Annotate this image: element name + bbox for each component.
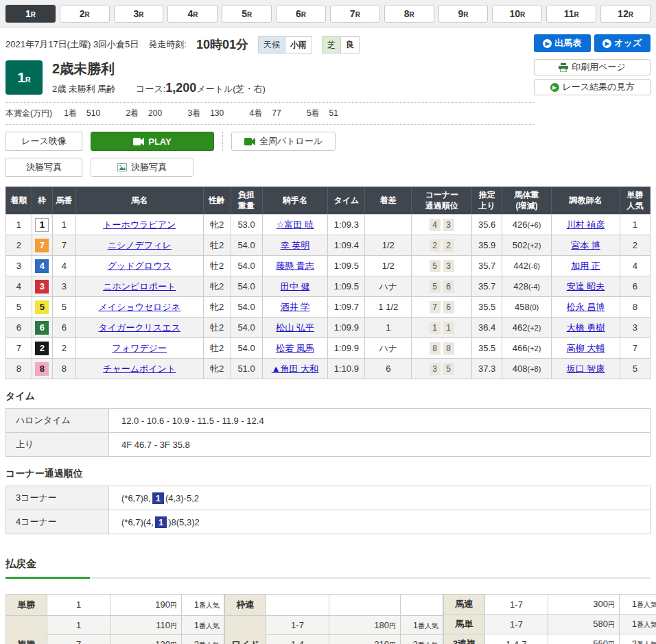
sex-age: 牝2: [203, 297, 231, 318]
race-number-badge: 1R: [5, 60, 43, 95]
trainer-link[interactable]: 高柳 大輔: [567, 343, 605, 353]
result-guide-button[interactable]: ▶レース結果の見方: [534, 79, 651, 95]
horse-name-cell: グッドグロウス: [75, 256, 203, 276]
sex-age: 牡2: [203, 256, 231, 276]
horse-number: 3: [52, 276, 75, 297]
trainer-cell: 安達 昭夫: [552, 276, 620, 297]
race-tab[interactable]: 1R: [5, 5, 56, 23]
corner-1: 5: [430, 281, 441, 293]
race-tab[interactable]: 4R: [167, 5, 218, 23]
tab-number: 5: [242, 8, 247, 19]
start-time-value: 10時01分: [196, 36, 248, 53]
race-tab[interactable]: 3R: [114, 5, 164, 23]
body-weight-cell: 442(-6): [502, 256, 552, 276]
race-tab[interactable]: 7R: [330, 5, 380, 23]
course-label: コース:: [136, 84, 165, 94]
payout-table-middle: 枠連 ワイド 1-7 180円 1番人気 1-4 210円 3番人気 4-7 3…: [224, 594, 443, 644]
carried-weight: 54.0: [231, 235, 262, 256]
entry-table-button[interactable]: ▶出馬表: [534, 34, 591, 52]
bet-popularity: 3番人気: [401, 635, 443, 644]
corner-section-title: コーナー通過順位: [5, 468, 651, 480]
trainer-link[interactable]: 川村 禎彦: [567, 219, 605, 230]
prize-amount: 51: [329, 108, 338, 118]
race-tab[interactable]: 6R: [276, 5, 326, 23]
horse-name-cell: ニシノデフィレ: [75, 235, 203, 256]
jockey-link[interactable]: 幸 英明: [281, 240, 310, 250]
play-button[interactable]: PLAY: [91, 132, 214, 151]
frame-number: 1: [35, 218, 49, 232]
horse-link[interactable]: ニシノデフィレ: [108, 240, 172, 250]
race-tab[interactable]: 11R: [546, 5, 596, 23]
tab-number: 7: [350, 8, 355, 19]
horse-link[interactable]: ニホンピロポート: [103, 281, 176, 291]
horse-link[interactable]: トーホウラビアン: [103, 219, 176, 230]
table-row: 3 4 4 グッドグロウス 牡2 54.0 藤懸 貴志 1:09.5 1/2 5…: [6, 256, 651, 276]
jockey-cell: ☆富田 暁: [262, 215, 328, 235]
patrol-video-button[interactable]: 全周パトロール: [231, 132, 336, 151]
printer-icon: [559, 63, 568, 72]
horse-link[interactable]: チャームポイント: [103, 363, 176, 374]
jockey-link[interactable]: ▲角田 大和: [272, 363, 318, 374]
jockey-link[interactable]: 酒井 学: [281, 302, 310, 312]
horse-number: 4: [52, 256, 75, 276]
last-3f-cell: 35.7: [472, 256, 502, 276]
odds-button[interactable]: ▶オッズ: [594, 34, 651, 52]
race-tab[interactable]: 2R: [60, 5, 110, 23]
race-tab[interactable]: 10R: [492, 5, 542, 23]
corner-1: 4: [430, 219, 441, 231]
corner-order-cell: 11: [412, 318, 472, 338]
trainer-cell: 宮本 博: [552, 235, 620, 256]
race-tab-bar: 1R 2R 3R 4R 5R 6R 7R 8R 9R 10R 11R 12R: [0, 0, 656, 27]
jockey-link[interactable]: ☆富田 暁: [277, 219, 314, 230]
trainer-link[interactable]: 大橋 勇樹: [567, 322, 605, 333]
race-tab[interactable]: 5R: [222, 5, 272, 23]
tab-number: 3: [134, 8, 139, 19]
race-tab[interactable]: 12R: [600, 5, 651, 23]
trainer-cell: 川村 禎彦: [552, 215, 620, 235]
race-video-label: レース映像: [5, 132, 82, 151]
trainer-link[interactable]: 加用 正: [571, 261, 600, 271]
tab-number: 11: [564, 8, 574, 19]
last-3f-cell: 35.7: [472, 276, 502, 297]
prize-amount: 77: [272, 108, 281, 118]
sex-age: 牡2: [203, 338, 231, 359]
trainer-link[interactable]: 坂口 智康: [567, 363, 605, 374]
bet-amount: 180円: [329, 615, 401, 634]
margin-cell: [365, 215, 412, 235]
win-popularity: 3: [620, 318, 650, 338]
frame-cell: 6: [32, 318, 52, 338]
side-buttons: ▶出馬表 ▶オッズ 印刷用ページ ▶レース結果の見方: [534, 34, 651, 99]
bet-popularity: 1番人気: [620, 615, 656, 634]
jockey-link[interactable]: 松山 弘平: [276, 322, 314, 333]
body-weight-cell: 408(+8): [502, 359, 552, 379]
corner-2: 1: [443, 322, 454, 334]
last-time-value: 4F 46.7 - 3F 35.8: [109, 433, 651, 457]
horse-link[interactable]: フォワデジー: [112, 343, 167, 353]
corner-1: 1: [430, 322, 441, 334]
trainer-link[interactable]: 安達 昭夫: [567, 281, 605, 291]
trainer-link[interactable]: 松永 昌博: [567, 302, 605, 312]
race-tab[interactable]: 9R: [438, 5, 489, 23]
race-tab[interactable]: 8R: [384, 5, 434, 23]
prize-amount: 130: [210, 108, 224, 118]
jockey-cell: 幸 英明: [262, 235, 328, 256]
bet-combination: 1: [47, 615, 110, 634]
tab-suffix: R: [409, 11, 414, 19]
time-cell: 1:09.9: [328, 338, 365, 359]
horse-link[interactable]: タイガークリスエス: [99, 322, 180, 333]
jockey-link[interactable]: 田中 健: [281, 281, 310, 291]
trainer-link[interactable]: 宮本 博: [571, 240, 600, 250]
horse-name-cell: ニホンピロポート: [75, 276, 203, 297]
course-distance: 1,200: [165, 81, 196, 95]
frame-number: 3: [35, 280, 49, 294]
print-page-button[interactable]: 印刷用ページ: [534, 59, 651, 75]
carried-weight: 54.0: [231, 276, 262, 297]
horse-link[interactable]: メイショウセロジネ: [98, 302, 180, 312]
jockey-link[interactable]: 松若 風馬: [276, 343, 314, 353]
bet-combination: 1-7: [266, 615, 329, 634]
horse-number: 2: [52, 338, 75, 359]
prize-place: 5着: [307, 108, 320, 118]
finish-photo-button[interactable]: 決勝写真: [91, 158, 194, 177]
jockey-link[interactable]: 藤懸 貴志: [276, 261, 314, 271]
horse-link[interactable]: グッドグロウス: [108, 261, 172, 271]
